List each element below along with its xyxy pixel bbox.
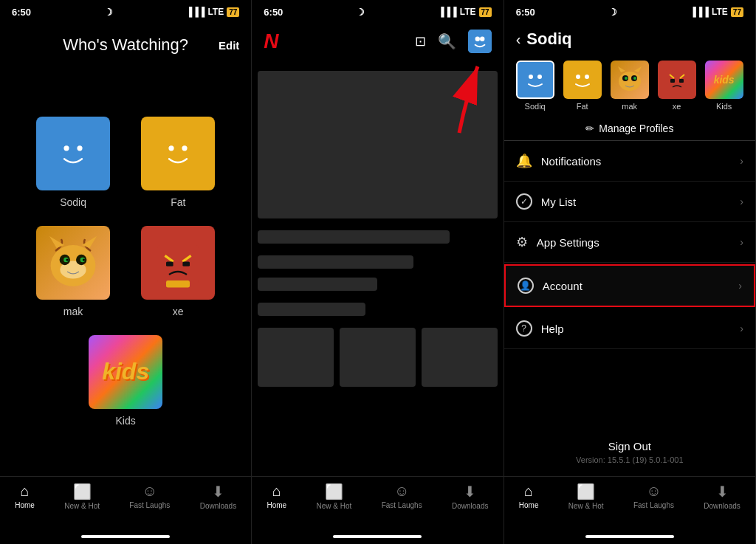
version-text: Version: 15.5.1 (19) 5.0.1-001 bbox=[516, 455, 743, 464]
placeholder-bar-2 bbox=[258, 255, 413, 269]
menu-item-my-list-left: ✓ My List bbox=[516, 193, 577, 210]
tab-fast-laughs-1[interactable]: ☺ Fast Laughs bbox=[129, 483, 170, 509]
account-label: Account bbox=[543, 280, 583, 292]
lte-2: LTE bbox=[460, 7, 476, 17]
profile-mini-fat[interactable]: Fat bbox=[563, 61, 602, 111]
cast-icon[interactable]: ⊡ bbox=[415, 33, 426, 49]
home-bar-3 bbox=[585, 535, 674, 538]
placeholder-thumb-3 bbox=[422, 328, 498, 387]
new-hot-icon-3: ⬜ bbox=[577, 483, 595, 500]
profile-mini-kids[interactable]: kids Kids bbox=[705, 61, 743, 111]
profile-mini-xe[interactable]: xe bbox=[658, 61, 696, 111]
downloads-icon-1: ⬇ bbox=[212, 483, 224, 500]
svg-point-32 bbox=[633, 77, 636, 80]
downloads-icon-2: ⬇ bbox=[464, 483, 476, 500]
edit-button[interactable]: Edit bbox=[219, 39, 239, 52]
avatar-mak bbox=[36, 226, 110, 300]
profile-mini-name-kids: Kids bbox=[716, 102, 732, 111]
profile-mini-name-xe: xe bbox=[673, 102, 681, 111]
tab-downloads-label-2: Downloads bbox=[452, 502, 488, 510]
menu-item-account[interactable]: 👤 Account › bbox=[504, 264, 755, 307]
svg-point-24 bbox=[529, 75, 533, 79]
tab-home-label-3: Home bbox=[519, 501, 539, 509]
lte-1: LTE bbox=[207, 7, 224, 17]
menu-item-notifications-left: 🔔 Notifications bbox=[516, 153, 602, 169]
svg-marker-33 bbox=[618, 66, 625, 72]
svg-point-0 bbox=[63, 145, 69, 151]
tab-new-hot-label-3: New & Hot bbox=[568, 502, 604, 510]
profile-icon-header[interactable] bbox=[468, 30, 492, 53]
svg-point-28 bbox=[619, 72, 641, 91]
status-bar-3: 6:50 ☽ ▐▐▐ LTE 77 bbox=[504, 0, 755, 24]
tab-new-hot-2[interactable]: ⬜ New & Hot bbox=[317, 483, 352, 510]
tab-fast-laughs-2[interactable]: ☺ Fast Laughs bbox=[382, 483, 422, 509]
menu-item-app-settings[interactable]: ⚙ App Settings › bbox=[504, 222, 755, 263]
profile-mini-name-mak: mak bbox=[622, 102, 637, 111]
profile-menu-title: Sodiq bbox=[526, 30, 571, 49]
profile-sodiq[interactable]: Sodiq bbox=[30, 117, 117, 208]
manage-profiles-label: Manage Profiles bbox=[599, 123, 673, 134]
panel-whos-watching: 6:50 ☽ ▐▐▐ LTE 77 Who's Watching? Edit S… bbox=[0, 0, 252, 544]
search-icon[interactable]: 🔍 bbox=[438, 32, 456, 50]
tab-home-3[interactable]: ⌂ Home bbox=[519, 483, 539, 509]
avatar-kids: kids bbox=[89, 335, 162, 409]
sign-out-button[interactable]: Sign Out bbox=[516, 440, 743, 452]
bottom-bar-3: ⌂ Home ⬜ New & Hot ☺ Fast Laughs ⬇ Downl… bbox=[504, 476, 755, 529]
manage-profiles-button[interactable]: ✏ Manage Profiles bbox=[504, 117, 755, 141]
notifications-label: Notifications bbox=[541, 155, 602, 168]
profiles-grid: Sodiq Fat bbox=[0, 66, 251, 476]
home-indicator-1 bbox=[0, 529, 251, 544]
time-3: 6:50 bbox=[516, 7, 535, 18]
home-bar-1 bbox=[81, 535, 170, 538]
profile-mini-sodiq[interactable]: Sodiq bbox=[516, 61, 554, 111]
profile-xe[interactable]: xe bbox=[134, 226, 221, 317]
profile-mini-name-sodiq: Sodiq bbox=[525, 102, 546, 111]
svg-point-27 bbox=[585, 75, 589, 79]
signal-2: ▐▐▐ bbox=[438, 7, 457, 17]
help-label: Help bbox=[541, 323, 564, 335]
profile-fat[interactable]: Fat bbox=[134, 117, 221, 208]
profile-kids[interactable]: kids Kids bbox=[89, 335, 162, 427]
tab-home-1[interactable]: ⌂ Home bbox=[15, 483, 35, 509]
tab-home-2[interactable]: ⌂ Home bbox=[267, 483, 286, 509]
chevron-app-settings: › bbox=[740, 236, 743, 248]
home-icon-3: ⌂ bbox=[524, 483, 533, 500]
placeholder-thumb-2 bbox=[340, 328, 416, 387]
placeholder-bar-3 bbox=[258, 278, 377, 291]
chevron-help: › bbox=[740, 323, 743, 334]
profile-mini-mak[interactable]: mak bbox=[611, 61, 649, 111]
arrow-indicator bbox=[430, 59, 489, 151]
avatar-mini-fat bbox=[563, 61, 602, 99]
tab-downloads-2[interactable]: ⬇ Downloads bbox=[452, 483, 488, 510]
svg-rect-19 bbox=[166, 280, 190, 288]
signal-3: ▐▐▐ bbox=[690, 7, 709, 17]
svg-point-1 bbox=[77, 145, 82, 151]
avatar-fat bbox=[141, 117, 215, 190]
menu-item-notifications[interactable]: 🔔 Notifications › bbox=[504, 141, 755, 182]
svg-rect-39 bbox=[679, 79, 684, 83]
profile-name-sodiq: Sodiq bbox=[60, 196, 86, 208]
app-settings-icon: ⚙ bbox=[516, 234, 528, 250]
tab-fast-laughs-label-2: Fast Laughs bbox=[382, 501, 422, 509]
netflix-header: N ⊡ 🔍 bbox=[252, 24, 503, 59]
app-settings-label: App Settings bbox=[537, 236, 599, 249]
profile-mak[interactable]: mak bbox=[30, 226, 117, 317]
tab-home-label-1: Home bbox=[15, 501, 35, 509]
tab-downloads-1[interactable]: ⬇ Downloads bbox=[200, 483, 236, 510]
svg-point-22 bbox=[480, 37, 484, 41]
tab-new-hot-3[interactable]: ⬜ New & Hot bbox=[568, 483, 604, 510]
tab-downloads-3[interactable]: ⬇ Downloads bbox=[704, 483, 740, 510]
tab-fast-laughs-3[interactable]: ☺ Fast Laughs bbox=[633, 483, 674, 509]
svg-point-11 bbox=[83, 258, 85, 261]
menu-item-my-list[interactable]: ✓ My List › bbox=[504, 182, 755, 222]
my-list-icon: ✓ bbox=[516, 193, 532, 210]
downloads-icon-3: ⬇ bbox=[716, 483, 729, 500]
tab-new-hot-1[interactable]: ⬜ New & Hot bbox=[64, 483, 100, 510]
home-indicator-2 bbox=[252, 529, 503, 544]
moon-icon-1: ☽ bbox=[104, 7, 113, 18]
home-icon-1: ⌂ bbox=[20, 483, 29, 500]
menu-item-help[interactable]: ? Help › bbox=[504, 309, 755, 349]
avatar-mini-mak bbox=[611, 61, 649, 99]
status-bar-1: 6:50 ☽ ▐▐▐ LTE 77 bbox=[0, 0, 251, 24]
back-button[interactable]: ‹ bbox=[516, 31, 521, 48]
